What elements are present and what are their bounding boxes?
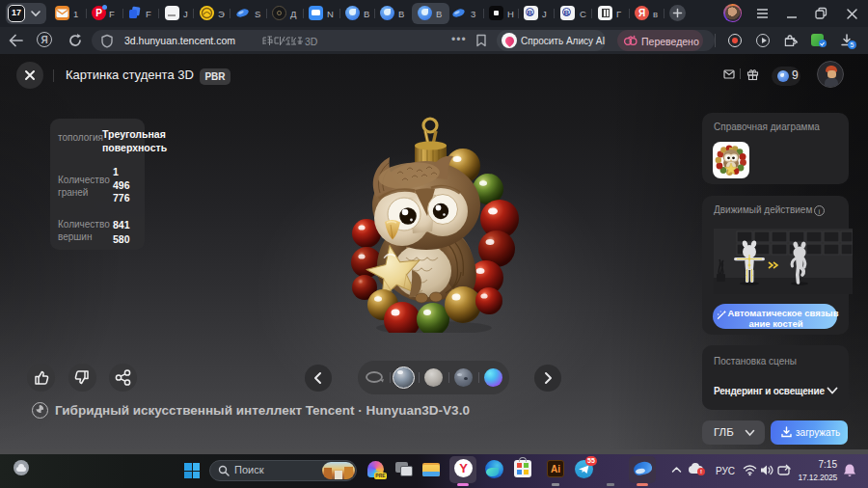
svg-text:3D: 3D (305, 36, 318, 46)
